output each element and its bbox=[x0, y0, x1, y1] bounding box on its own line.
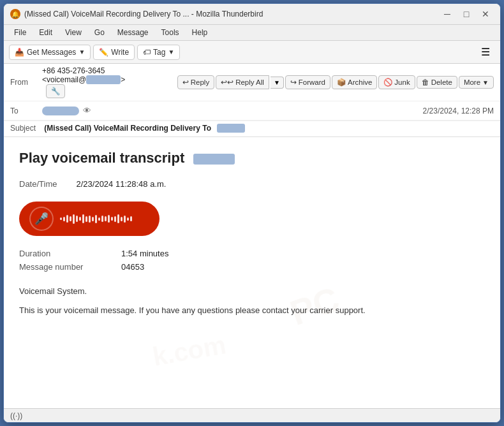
forward-icon: ↪ bbox=[290, 78, 297, 87]
privacy-icon[interactable]: 👁 bbox=[83, 106, 91, 115]
reply-all-button[interactable]: ↩↩ Reply All bbox=[216, 75, 269, 89]
waveform-bar bbox=[111, 217, 113, 221]
email-body: PC k.com Play voicemail transcript Date/… bbox=[4, 137, 500, 408]
footer-text: Voicemail System. This is your voicemail… bbox=[19, 284, 485, 318]
title-bar-left: 🔔 (Missed Call) VoiceMail Recording Deli… bbox=[10, 9, 263, 19]
close-button[interactable]: ✕ bbox=[477, 8, 494, 20]
menu-tools[interactable]: Tools bbox=[156, 26, 184, 39]
menu-message[interactable]: Message bbox=[112, 26, 154, 39]
waveform-bar bbox=[85, 216, 87, 222]
subject-row: Subject (Missed Call) VoiceMail Recordin… bbox=[4, 121, 500, 136]
waveform-bar bbox=[108, 215, 110, 223]
properties-button[interactable]: 🔧 bbox=[46, 84, 65, 98]
duration-value: 1:54 minutes bbox=[121, 249, 168, 258]
email-content: Play voicemail transcript Date/Time 2/23… bbox=[19, 150, 485, 318]
delete-button[interactable]: 🗑 Delete bbox=[417, 76, 457, 89]
waveform-bar bbox=[124, 216, 126, 223]
tag-icon: 🏷 bbox=[143, 48, 151, 57]
maximize-button[interactable]: □ bbox=[458, 8, 475, 20]
email-header: From +86 435-276-3645 <voicemail@ > 🔧 ↩ … bbox=[4, 64, 500, 137]
reply-all-label: Reply All bbox=[235, 78, 264, 86]
junk-button[interactable]: 🚫 Junk bbox=[378, 75, 415, 89]
info-table: Duration 1:54 minutes Message number 046… bbox=[19, 249, 485, 272]
waveform-bar bbox=[70, 216, 71, 221]
junk-label: Junk bbox=[394, 78, 410, 86]
tag-button[interactable]: 🏷 Tag ▼ bbox=[137, 45, 180, 60]
waveform-bar bbox=[76, 216, 78, 222]
from-label: From bbox=[10, 78, 42, 87]
write-icon: ✏️ bbox=[99, 48, 108, 57]
subject-label: Subject bbox=[10, 124, 42, 133]
status-icon: ((·)) bbox=[10, 411, 22, 420]
waveform-bar bbox=[127, 217, 129, 221]
from-value: +86 435-276-3645 <voicemail@ > 🔧 bbox=[42, 66, 177, 98]
menu-view[interactable]: View bbox=[60, 26, 87, 39]
get-messages-label: Get Messages bbox=[27, 48, 76, 57]
waveform-bar bbox=[98, 217, 100, 221]
message-number-label: Message number bbox=[19, 262, 89, 272]
menu-go[interactable]: Go bbox=[89, 26, 110, 39]
more-button[interactable]: More ▼ bbox=[459, 76, 494, 89]
datetime-label: Date/Time bbox=[19, 179, 57, 189]
waveform-bar bbox=[60, 217, 62, 220]
mic-button[interactable]: 🎤 bbox=[29, 207, 54, 231]
to-row: To 👁 2/23/2024, 12:28 PM bbox=[4, 101, 500, 121]
to-label: To bbox=[10, 106, 42, 115]
window-title: (Missed Call) VoiceMail Recording Delive… bbox=[24, 10, 263, 18]
archive-icon: 📦 bbox=[337, 78, 346, 87]
menu-bar: File Edit View Go Message Tools Help bbox=[4, 25, 500, 41]
get-messages-button[interactable]: 📥 Get Messages ▼ bbox=[9, 45, 91, 60]
waveform-bar bbox=[95, 215, 97, 223]
delete-icon: 🗑 bbox=[422, 78, 429, 86]
footer-line2: This is your voicemail message. If you h… bbox=[19, 304, 485, 318]
tag-dropdown-icon: ▼ bbox=[168, 48, 174, 55]
email-date: 2/23/2024, 12:28 PM bbox=[423, 106, 494, 115]
menu-help[interactable]: Help bbox=[187, 26, 213, 39]
window-controls: ─ □ ✕ bbox=[439, 8, 494, 20]
get-messages-dropdown-icon: ▼ bbox=[78, 48, 85, 55]
reply-button[interactable]: ↩ Reply bbox=[177, 75, 214, 89]
get-messages-icon: 📥 bbox=[15, 48, 24, 57]
toolbar: 📥 Get Messages ▼ ✏️ Write 🏷 Tag ▼ ☰ bbox=[4, 41, 500, 64]
from-row: From +86 435-276-3645 <voicemail@ > 🔧 ↩ … bbox=[4, 64, 500, 101]
write-button[interactable]: ✏️ Write bbox=[93, 45, 135, 60]
voicemail-title: Play voicemail transcript bbox=[19, 150, 485, 166]
archive-label: Archive bbox=[348, 78, 372, 86]
waveform-bar bbox=[130, 216, 132, 221]
datetime-value: 2/23/2024 11:28:48 a.m. bbox=[76, 179, 166, 189]
audio-player[interactable]: 🎤 bbox=[19, 202, 159, 236]
title-bar: 🔔 (Missed Call) VoiceMail Recording Deli… bbox=[4, 4, 500, 25]
header-actions: ↩ Reply ↩↩ Reply All ▼ ↪ Forward 📦 Archi… bbox=[177, 75, 494, 89]
archive-button[interactable]: 📦 Archive bbox=[332, 75, 377, 89]
to-container: 👁 bbox=[42, 106, 423, 115]
waveform-bar bbox=[66, 215, 68, 223]
minimize-button[interactable]: ─ bbox=[439, 8, 456, 20]
reply-icon: ↩ bbox=[182, 78, 189, 87]
delete-label: Delete bbox=[431, 78, 452, 86]
forward-button[interactable]: ↪ Forward bbox=[285, 75, 330, 89]
waveform-bar bbox=[79, 217, 81, 221]
waveform-bar bbox=[121, 217, 122, 221]
forward-label: Forward bbox=[299, 78, 325, 86]
waveform bbox=[60, 214, 149, 224]
waveform-bar bbox=[105, 216, 107, 221]
waveform-bar bbox=[63, 217, 65, 221]
datetime-row: Date/Time 2/23/2024 11:28:48 a.m. bbox=[19, 179, 485, 189]
waveform-bar bbox=[92, 217, 94, 221]
more-dropdown-icon: ▼ bbox=[482, 79, 489, 86]
waveform-bar bbox=[89, 216, 91, 223]
app-icon: 🔔 bbox=[10, 9, 20, 19]
menu-file[interactable]: File bbox=[9, 26, 31, 39]
menu-edit[interactable]: Edit bbox=[34, 26, 57, 39]
voicemail-title-text: Play voicemail transcript bbox=[19, 150, 184, 166]
junk-icon: 🚫 bbox=[383, 78, 392, 87]
title-blurred bbox=[193, 154, 234, 165]
duration-row: Duration 1:54 minutes bbox=[19, 249, 485, 258]
message-number-row: Message number 04653 bbox=[19, 262, 485, 272]
footer-line1: Voicemail System. bbox=[19, 284, 485, 298]
subject-value: (Missed Call) VoiceMail Recording Delive… bbox=[44, 124, 211, 133]
from-blurred bbox=[86, 75, 121, 84]
hamburger-menu[interactable]: ☰ bbox=[476, 43, 495, 61]
reply-all-icon: ↩↩ bbox=[221, 78, 233, 87]
reply-all-dropdown[interactable]: ▼ bbox=[271, 77, 284, 89]
